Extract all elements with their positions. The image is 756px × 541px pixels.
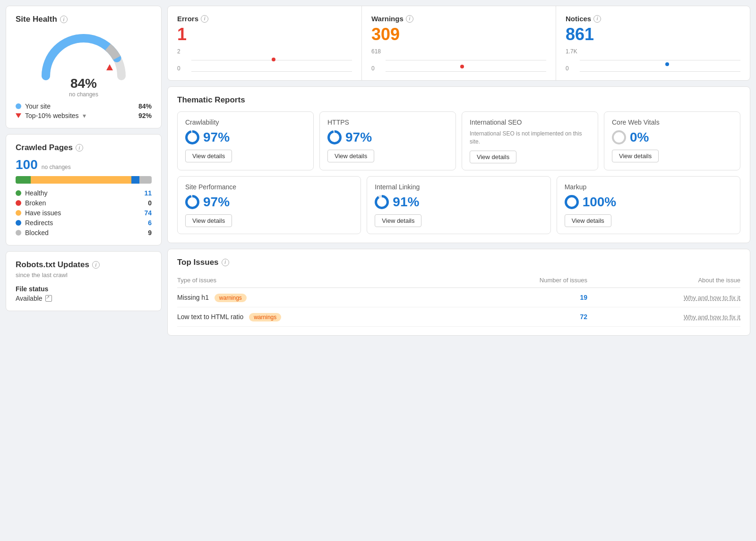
low-ratio-badge: warnings [249,313,281,321]
https-view-details-button[interactable]: View details [327,150,374,162]
internal-linking-circle-inner [377,197,387,207]
robots-label: Robots.txt Updates [16,260,89,270]
broken-value: 0 [148,199,152,207]
healthy-dot [16,190,21,196]
core-web-vitals-score: 0% [612,130,732,145]
robots-info-icon[interactable]: i [92,261,100,269]
warnings-min-label: 0 [371,65,375,72]
https-score: 97% [327,130,448,145]
your-site-dot [16,103,21,109]
gauge-percent: 84% [69,76,98,91]
external-link-icon[interactable] [45,295,52,302]
file-status-value: Available [16,295,152,302]
errors-baseline [191,71,352,72]
redirects-value: 6 [148,219,152,227]
top-issues-info-icon[interactable]: i [222,259,229,266]
site-performance-score: 97% [185,194,353,210]
top-issues-label: Top Issues [177,258,219,267]
reports-grid-bottom: Site Performance 97% View details Intern… [177,176,740,234]
report-internal-linking: Internal Linking 91% View details [367,176,550,234]
gauge-subtext: no changes [69,91,98,98]
crawled-number: 100 [16,157,38,172]
https-circle-inner [330,133,339,142]
missing-h1-fix-link[interactable]: Why and how to fix it [684,294,740,301]
legend-blocked: Blocked 9 [16,229,152,237]
errors-label: Errors i [177,15,352,23]
site-health-info-icon[interactable]: i [60,16,68,23]
top10-triangle-icon [16,113,21,118]
site-performance-view-details-button[interactable]: View details [185,214,232,227]
errors-dot [272,58,275,61]
site-health-legend: Your site 84% Top-10% websites ▾ 92% [16,102,152,119]
col-count: Number of issues [458,273,587,288]
robots-subtext: since the last crawl [16,271,152,279]
internal-linking-view-details-button[interactable]: View details [375,214,421,227]
intl-seo-view-details-button[interactable]: View details [470,151,516,163]
issue-type-missing-h1: Missing h1 warnings [177,287,458,307]
crawlability-name: Crawlability [185,118,306,126]
blocked-dot [16,230,21,236]
report-intl-seo: International SEO International SEO is n… [462,111,598,170]
table-row: Low text to HTML ratio warnings 72 Why a… [177,307,740,326]
bar-redirects [131,176,139,184]
report-core-web-vitals: Core Web Vitals 0% View details [604,111,740,170]
broken-label: Broken [25,199,46,207]
markup-percent: 100% [583,194,617,210]
file-status-text: Available [16,295,43,302]
missing-h1-fix: Why and how to fix it [587,287,740,307]
crawlability-circle [185,130,199,144]
issue-type-low-ratio: Low text to HTML ratio warnings [177,307,458,326]
col-type: Type of issues [177,273,458,288]
site-performance-percent: 97% [203,194,230,210]
notices-min-label: 0 [566,65,569,72]
report-site-performance: Site Performance 97% View details [177,176,361,234]
warnings-info-icon[interactable]: i [406,15,413,23]
legend-broken: Broken 0 [16,199,152,207]
low-ratio-fix-link[interactable]: Why and how to fix it [684,313,740,321]
redirects-dot [16,220,21,226]
warnings-baseline [386,71,546,72]
site-health-card: Site Health i 84% no changes [6,6,162,128]
have-issues-value: 74 [144,209,152,217]
errors-info-icon[interactable]: i [201,15,208,23]
notices-label: Notices i [566,15,740,23]
notices-cell: Notices i 861 1.7K 0 [556,6,750,80]
crawled-pages-info-icon[interactable]: i [76,144,83,152]
warnings-max-label: 618 [371,48,381,55]
internal-linking-circle [375,195,389,209]
bar-blocked [139,176,152,184]
gauge-center: 84% no changes [69,76,98,98]
bar-healthy [16,176,31,184]
legend-healthy: Healthy 11 [16,189,152,197]
issues-table-header: Type of issues Number of issues About th… [177,273,740,288]
crawlability-view-details-button[interactable]: View details [185,150,232,162]
crawled-bar [16,176,152,184]
notices-info-icon[interactable]: i [593,15,601,23]
redirects-label: Redirects [25,219,53,227]
svg-marker-0 [106,64,113,70]
crawled-subtext: no changes [42,164,71,170]
markup-name: Markup [565,183,732,191]
issues-table: Type of issues Number of issues About th… [177,273,740,327]
chevron-down-icon[interactable]: ▾ [83,112,86,119]
core-web-vitals-percent: 0% [630,130,649,145]
blocked-value: 9 [148,229,152,237]
sidebar: Site Health i 84% no changes [6,6,162,336]
warnings-dot [460,65,464,68]
core-web-vitals-circle [612,130,626,144]
https-name: HTTPS [327,118,448,126]
site-health-title: Site Health i [16,15,152,24]
errors-chart: 2 0 [177,48,352,72]
errors-max-label: 2 [177,48,180,55]
crawled-count: 100 no changes [16,157,152,172]
errors-cell: Errors i 1 2 0 [168,6,362,80]
notices-baseline [580,71,740,72]
markup-view-details-button[interactable]: View details [565,214,611,227]
reports-grid-top: Crawlability 97% View details HTTPS [177,111,740,170]
legend-row-yoursite: Your site 84% [16,102,152,110]
core-web-vitals-view-details-button[interactable]: View details [612,150,659,162]
legend-have-issues: Have issues 74 [16,209,152,217]
site-performance-circle [185,195,199,209]
gauge-svg [36,29,131,81]
legend-redirects: Redirects 6 [16,219,152,227]
